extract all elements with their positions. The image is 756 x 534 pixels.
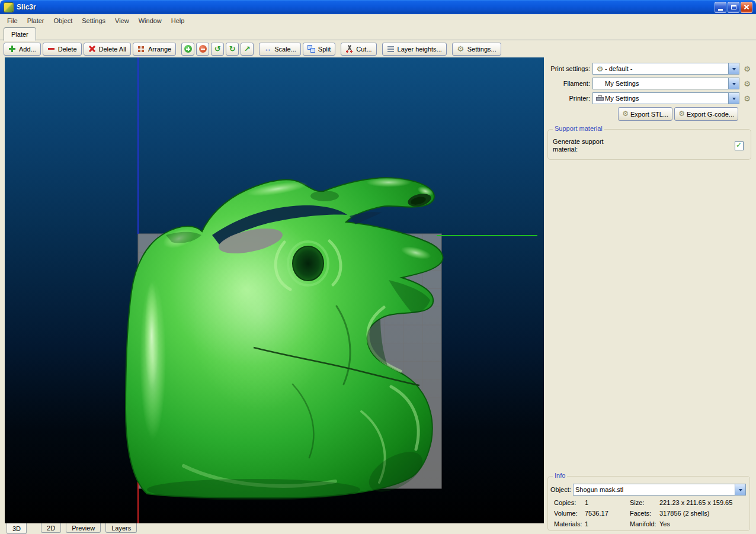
minimize-button[interactable] — [715, 2, 726, 13]
decrease-copies-button[interactable] — [196, 43, 209, 56]
menu-plater[interactable]: Plater — [23, 16, 49, 25]
dropdown-arrow-icon[interactable] — [735, 484, 745, 495]
export-gcode-label: Export G-code... — [687, 111, 734, 118]
delete-all-button-label: Delete All — [99, 46, 126, 53]
export-gcode-button[interactable]: ⚙ Export G-code... — [674, 107, 738, 121]
print-settings-row: Print settings: ⚙ - default - ⚙ — [547, 63, 752, 75]
object-info-grid: Copies: 1 Size: 221.23 x 211.65 x 159.65… — [550, 499, 746, 528]
decrease-copies-icon — [199, 45, 207, 53]
delete-button-label: Delete — [58, 46, 77, 53]
arrange-button[interactable]: Arrange — [133, 43, 176, 56]
window-title: Slic3r — [17, 3, 715, 11]
copies-label: Copies: — [554, 499, 585, 507]
printer-label: Printer: — [547, 95, 590, 102]
restore-icon — [731, 5, 736, 9]
rotate-ccw-button[interactable]: ↺ — [211, 43, 224, 56]
menu-bar: File Plater Object Settings View Window … — [0, 14, 756, 27]
tab-layers[interactable]: Layers — [105, 523, 137, 533]
export-stl-label: Export STL... — [630, 111, 668, 118]
printer-select[interactable]: My Settings — [592, 92, 739, 104]
rotate-custom-icon: ↗ — [244, 45, 251, 53]
facets-label: Facets: — [630, 510, 659, 517]
menu-view[interactable]: View — [110, 16, 134, 25]
menu-file[interactable]: File — [2, 16, 23, 25]
info-title: Info — [553, 472, 567, 479]
filament-select[interactable]: My Settings — [592, 78, 739, 89]
dropdown-arrow-icon[interactable] — [728, 78, 739, 89]
object-row: Object: Shogun mask.stl — [550, 484, 746, 496]
window-controls — [715, 2, 752, 13]
layer-heights-button-label: Layer heights... — [398, 46, 442, 53]
rotate-custom-button[interactable]: ↗ — [241, 43, 254, 56]
close-button[interactable] — [741, 2, 752, 13]
copies-value: 1 — [585, 499, 630, 507]
add-button-label: Add... — [19, 46, 36, 53]
printer-value: My Settings — [605, 95, 728, 102]
settings-icon: ⚙ — [457, 45, 465, 53]
menu-object[interactable]: Object — [49, 16, 77, 25]
cut-icon — [345, 45, 353, 53]
print-settings-select[interactable]: ⚙ - default - — [592, 63, 739, 75]
support-material-title: Support material — [553, 125, 604, 132]
menu-settings[interactable]: Settings — [77, 16, 110, 25]
facets-value: 317856 (2 shells) — [659, 510, 746, 517]
split-button-label: Split — [318, 46, 331, 53]
layer-heights-icon — [387, 45, 395, 53]
export-stl-icon: ⚙ — [622, 110, 629, 118]
print-settings-gear-button[interactable]: ⚙ — [742, 63, 752, 74]
printer-icon — [595, 95, 605, 101]
tab-3d[interactable]: 3D — [7, 523, 27, 534]
restore-button[interactable] — [728, 2, 739, 13]
rotate-ccw-icon: ↺ — [214, 45, 222, 53]
print-settings-value: - default - — [605, 65, 728, 72]
volume-value: 7536.17 — [585, 510, 630, 517]
filament-label: Filament: — [547, 80, 590, 87]
close-icon — [744, 4, 749, 10]
viewport-canvas — [5, 57, 544, 523]
delete-button[interactable]: Delete — [43, 43, 82, 56]
rotate-cw-button[interactable]: ↻ — [226, 43, 239, 56]
arrange-icon — [137, 45, 145, 53]
dropdown-arrow-icon[interactable] — [728, 63, 739, 74]
split-button[interactable]: Split — [303, 43, 335, 56]
notebook-tab-row: Plater — [0, 27, 756, 40]
export-stl-button[interactable]: ⚙ Export STL... — [618, 107, 672, 121]
gear-icon: ⚙ — [595, 65, 605, 73]
dropdown-arrow-icon[interactable] — [728, 93, 739, 104]
plater-toolbar: Add... Delete Delete All Arrange ↺ ↻ ↗ ↔… — [0, 40, 756, 57]
size-value: 221.23 x 211.65 x 159.65 — [659, 499, 746, 507]
cut-button[interactable]: Cut... — [341, 43, 376, 56]
rotate-cw-icon: ↻ — [229, 45, 236, 53]
object-label: Object: — [550, 486, 573, 493]
scale-button-label: Scale... — [274, 46, 296, 53]
scale-icon: ↔ — [264, 45, 271, 53]
volume-label: Volume: — [554, 510, 585, 517]
tab-plater[interactable]: Plater — [4, 27, 36, 41]
settings-panel: Print settings: ⚙ - default - ⚙ Filament… — [546, 57, 754, 534]
manifold-value: Yes — [659, 520, 746, 528]
settings-button[interactable]: ⚙Settings... — [452, 43, 501, 56]
tab-preview[interactable]: Preview — [66, 523, 101, 533]
printer-row: Printer: My Settings ⚙ — [547, 92, 752, 104]
info-group: Info Object: Shogun mask.stl Copies: 1 S… — [547, 476, 750, 531]
menu-window[interactable]: Window — [134, 16, 166, 25]
object-select[interactable]: Shogun mask.stl — [573, 484, 746, 496]
add-button[interactable]: Add... — [4, 43, 41, 56]
app-icon — [4, 2, 14, 12]
printer-gear-button[interactable]: ⚙ — [742, 93, 752, 104]
generate-support-checkbox[interactable] — [735, 141, 744, 150]
print-settings-label: Print settings: — [547, 65, 590, 72]
support-material-group: Support material Generate support materi… — [547, 129, 751, 160]
delete-all-icon — [88, 45, 96, 53]
increase-copies-button[interactable] — [181, 43, 194, 56]
manifold-label: Manifold: — [630, 520, 659, 528]
scale-button[interactable]: ↔Scale... — [259, 43, 301, 56]
3d-viewport[interactable] — [5, 57, 544, 523]
arrange-button-label: Arrange — [148, 46, 171, 53]
delete-all-button[interactable]: Delete All — [84, 43, 131, 56]
filament-gear-button[interactable]: ⚙ — [742, 78, 752, 89]
add-icon — [8, 45, 16, 53]
menu-help[interactable]: Help — [166, 16, 190, 25]
tab-2d[interactable]: 2D — [41, 523, 61, 533]
layer-heights-button[interactable]: Layer heights... — [382, 43, 447, 56]
